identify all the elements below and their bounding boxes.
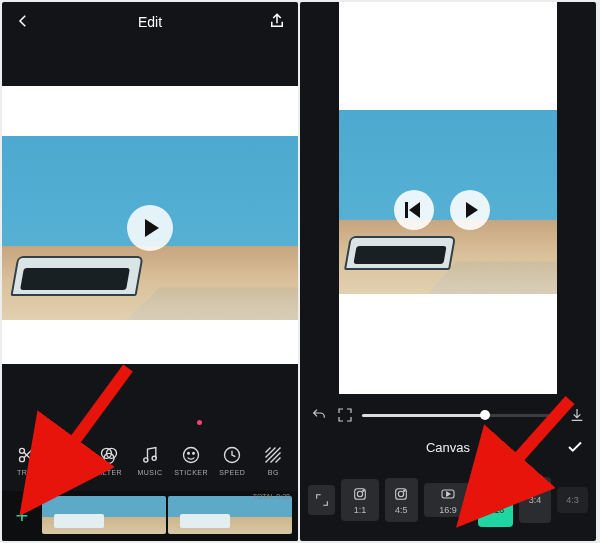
- clip-strip[interactable]: [42, 496, 298, 536]
- svg-point-9: [188, 453, 190, 455]
- ratio-4-5[interactable]: 4:5: [385, 478, 418, 522]
- youtube-icon: [440, 486, 456, 502]
- clip-thumb[interactable]: [168, 496, 292, 534]
- video-preview[interactable]: [339, 110, 557, 294]
- tool-label: CANVAS: [52, 469, 83, 476]
- download-icon[interactable]: [568, 406, 586, 424]
- clip-thumb[interactable]: [42, 496, 166, 534]
- play-button[interactable]: [450, 190, 490, 230]
- ratio-label: 3:4: [529, 495, 542, 505]
- header-bar: Edit: [2, 2, 298, 42]
- ratio-1-1[interactable]: 1:1: [341, 479, 379, 521]
- timeline: + TOTAL 0:20: [2, 491, 298, 541]
- page-title: Edit: [32, 14, 268, 30]
- confirm-button[interactable]: [566, 438, 586, 458]
- svg-point-8: [184, 448, 199, 463]
- tool-label: BG: [268, 469, 279, 476]
- left-screen: Edit TRIM CANVAS FILTER: [2, 2, 298, 541]
- previous-button[interactable]: [394, 190, 434, 230]
- tool-music[interactable]: MUSIC: [131, 444, 169, 476]
- ratio-label: 4:5: [395, 505, 408, 515]
- ratio-label: 16:9: [439, 505, 457, 515]
- toolbar: TRIM CANVAS FILTER MUSIC STICKER SPE: [2, 431, 298, 489]
- ratio-label: 4:3: [566, 495, 579, 505]
- add-clip-button[interactable]: +: [2, 491, 42, 541]
- ratio-4-3[interactable]: 4:3: [557, 487, 588, 513]
- tool-filter[interactable]: FILTER: [90, 444, 128, 476]
- scissors-icon: [16, 444, 38, 466]
- filter-icon: [98, 444, 120, 466]
- brand-icon: [488, 486, 504, 502]
- share-icon[interactable]: [268, 12, 286, 33]
- ratio-picker: 1:1 4:5 16:9 9:16 3:4 4:3: [300, 471, 596, 529]
- tool-label: FILTER: [96, 469, 123, 476]
- timeline-total: TOTAL 0:20: [253, 493, 290, 500]
- canvas-icon: [57, 444, 79, 466]
- svg-point-10: [193, 453, 195, 455]
- tool-bg[interactable]: BG: [254, 444, 292, 476]
- speed-icon: [221, 444, 243, 466]
- undo-icon[interactable]: [310, 406, 328, 424]
- ratio-label: 1:1: [354, 505, 367, 515]
- ratio-9-16[interactable]: 9:16: [478, 473, 512, 527]
- tool-trim[interactable]: TRIM: [8, 444, 46, 476]
- tool-label: MUSIC: [137, 469, 162, 476]
- svg-point-7: [152, 456, 156, 460]
- svg-point-14: [363, 490, 364, 491]
- expand-icon: [314, 492, 330, 508]
- tool-label: TRIM: [17, 469, 36, 476]
- seek-bar[interactable]: [362, 414, 560, 417]
- ratio-original[interactable]: [308, 485, 335, 515]
- bg-icon: [262, 444, 284, 466]
- ratio-16-9[interactable]: 16:9: [424, 483, 473, 517]
- progress-bar-row: [300, 400, 596, 430]
- play-button[interactable]: [127, 205, 173, 251]
- svg-rect-2: [61, 448, 74, 461]
- svg-point-16: [399, 491, 404, 496]
- svg-point-6: [144, 458, 148, 462]
- notification-dot-icon: [197, 420, 202, 425]
- svg-point-1: [19, 457, 24, 462]
- video-preview[interactable]: [2, 136, 298, 320]
- tool-label: SPEED: [219, 469, 245, 476]
- right-screen: Canvas 1:1 4:5 16:9 9:16 3:: [300, 2, 596, 541]
- svg-point-0: [19, 448, 24, 453]
- tool-speed[interactable]: SPEED: [213, 444, 251, 476]
- tool-label: STICKER: [174, 469, 208, 476]
- sticker-icon: [180, 444, 202, 466]
- fullscreen-icon[interactable]: [336, 406, 354, 424]
- ratio-label: 9:16: [487, 505, 505, 515]
- svg-point-13: [357, 491, 362, 496]
- section-title: Canvas: [300, 440, 596, 455]
- instagram-icon: [393, 486, 409, 502]
- tool-canvas[interactable]: CANVAS: [49, 444, 87, 476]
- music-icon: [139, 444, 161, 466]
- svg-point-17: [404, 490, 405, 491]
- back-icon[interactable]: [14, 12, 32, 33]
- ratio-3-4[interactable]: 3:4: [519, 477, 552, 523]
- instagram-icon: [352, 486, 368, 502]
- tool-sticker[interactable]: STICKER: [172, 444, 210, 476]
